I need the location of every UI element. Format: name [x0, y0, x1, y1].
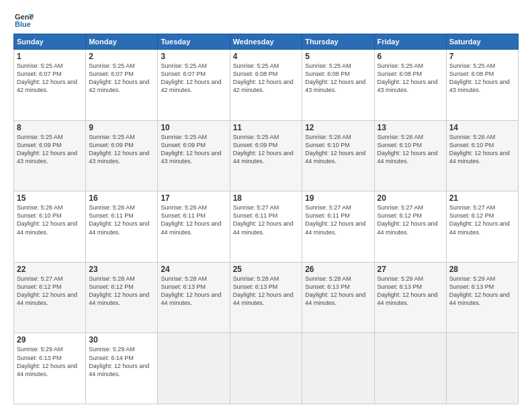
table-cell: 22 Sunrise: 5:27 AMSunset: 6:12 PMDaylig… [14, 262, 86, 333]
day-number: 20 [378, 193, 443, 203]
day-number: 4 [233, 52, 299, 61]
day-number: 14 [449, 123, 515, 132]
day-header-thursday: Thursday [302, 34, 374, 50]
day-number: 3 [161, 52, 226, 61]
day-number: 25 [233, 265, 299, 274]
logo-icon: General Blue [13, 11, 34, 30]
day-detail: Sunrise: 5:25 AMSunset: 6:09 PMDaylight:… [161, 134, 221, 165]
day-number: 2 [89, 52, 154, 61]
day-detail: Sunrise: 5:25 AMSunset: 6:09 PMDaylight:… [89, 134, 149, 165]
day-number: 13 [378, 123, 443, 132]
table-cell: 16 Sunrise: 5:26 AMSunset: 6:11 PMDaylig… [86, 191, 158, 263]
day-detail: Sunrise: 5:25 AMSunset: 6:07 PMDaylight:… [17, 62, 77, 93]
day-detail: Sunrise: 5:29 AMSunset: 6:14 PMDaylight:… [89, 346, 149, 377]
table-cell [302, 333, 374, 404]
day-detail: Sunrise: 5:27 AMSunset: 6:11 PMDaylight:… [233, 204, 294, 235]
table-cell: 27 Sunrise: 5:29 AMSunset: 6:13 PMDaylig… [374, 262, 446, 333]
day-number: 10 [161, 123, 226, 132]
table-cell: 2 Sunrise: 5:25 AMSunset: 6:07 PMDayligh… [86, 50, 158, 121]
day-header-monday: Monday [86, 34, 158, 50]
table-cell: 5 Sunrise: 5:25 AMSunset: 6:08 PMDayligh… [302, 50, 374, 121]
day-number: 24 [161, 265, 226, 274]
day-header-friday: Friday [374, 34, 446, 50]
table-cell: 24 Sunrise: 5:28 AMSunset: 6:13 PMDaylig… [158, 262, 230, 333]
day-detail: Sunrise: 5:29 AMSunset: 6:13 PMDaylight:… [449, 275, 510, 306]
header: General Blue [13, 11, 519, 30]
day-number: 21 [449, 193, 515, 203]
table-cell: 28 Sunrise: 5:29 AMSunset: 6:13 PMDaylig… [446, 262, 518, 333]
day-header-saturday: Saturday [446, 34, 518, 50]
table-cell: 4 Sunrise: 5:25 AMSunset: 6:08 PMDayligh… [230, 50, 302, 121]
day-number: 12 [305, 123, 371, 132]
day-detail: Sunrise: 5:25 AMSunset: 6:07 PMDaylight:… [89, 62, 149, 93]
table-cell: 26 Sunrise: 5:28 AMSunset: 6:13 PMDaylig… [302, 262, 374, 333]
day-number: 11 [233, 123, 299, 132]
table-cell: 25 Sunrise: 5:28 AMSunset: 6:13 PMDaylig… [230, 262, 302, 333]
table-cell: 13 Sunrise: 5:26 AMSunset: 6:10 PMDaylig… [374, 120, 446, 191]
day-number: 16 [89, 193, 154, 203]
table-cell: 23 Sunrise: 5:28 AMSunset: 6:12 PMDaylig… [86, 262, 158, 333]
day-number: 8 [17, 123, 83, 132]
table-cell: 20 Sunrise: 5:27 AMSunset: 6:12 PMDaylig… [374, 191, 446, 263]
table-cell: 12 Sunrise: 5:26 AMSunset: 6:10 PMDaylig… [302, 120, 374, 191]
day-number: 28 [449, 265, 515, 274]
day-number: 9 [89, 123, 154, 132]
table-cell: 9 Sunrise: 5:25 AMSunset: 6:09 PMDayligh… [86, 120, 158, 191]
day-number: 1 [17, 52, 83, 61]
day-detail: Sunrise: 5:25 AMSunset: 6:08 PMDaylight:… [305, 62, 365, 93]
day-number: 30 [89, 335, 154, 345]
table-cell: 11 Sunrise: 5:25 AMSunset: 6:09 PMDaylig… [230, 120, 302, 191]
day-number: 26 [305, 265, 371, 274]
day-detail: Sunrise: 5:25 AMSunset: 6:08 PMDaylight:… [233, 62, 294, 93]
day-detail: Sunrise: 5:27 AMSunset: 6:12 PMDaylight:… [378, 204, 438, 235]
day-detail: Sunrise: 5:29 AMSunset: 6:13 PMDaylight:… [17, 346, 77, 377]
day-detail: Sunrise: 5:26 AMSunset: 6:10 PMDaylight:… [305, 134, 365, 165]
table-cell: 21 Sunrise: 5:27 AMSunset: 6:12 PMDaylig… [446, 191, 518, 263]
day-detail: Sunrise: 5:25 AMSunset: 6:07 PMDaylight:… [161, 62, 221, 93]
table-cell: 30 Sunrise: 5:29 AMSunset: 6:14 PMDaylig… [86, 333, 158, 404]
table-cell: 18 Sunrise: 5:27 AMSunset: 6:11 PMDaylig… [230, 191, 302, 263]
day-detail: Sunrise: 5:25 AMSunset: 6:08 PMDaylight:… [378, 62, 438, 93]
table-cell: 17 Sunrise: 5:26 AMSunset: 6:11 PMDaylig… [158, 191, 230, 263]
day-number: 7 [449, 52, 515, 61]
table-cell: 8 Sunrise: 5:25 AMSunset: 6:09 PMDayligh… [14, 120, 86, 191]
day-detail: Sunrise: 5:26 AMSunset: 6:11 PMDaylight:… [89, 204, 149, 235]
day-number: 17 [161, 193, 226, 203]
day-header-sunday: Sunday [14, 34, 86, 50]
day-detail: Sunrise: 5:27 AMSunset: 6:12 PMDaylight:… [17, 275, 77, 306]
table-cell: 14 Sunrise: 5:26 AMSunset: 6:10 PMDaylig… [446, 120, 518, 191]
table-cell: 29 Sunrise: 5:29 AMSunset: 6:13 PMDaylig… [14, 333, 86, 404]
day-detail: Sunrise: 5:26 AMSunset: 6:11 PMDaylight:… [161, 204, 221, 235]
day-detail: Sunrise: 5:28 AMSunset: 6:13 PMDaylight:… [161, 275, 221, 306]
day-detail: Sunrise: 5:26 AMSunset: 6:10 PMDaylight:… [449, 134, 510, 165]
logo: General Blue [13, 11, 34, 30]
calendar-table: SundayMondayTuesdayWednesdayThursdayFrid… [13, 34, 519, 404]
table-cell: 10 Sunrise: 5:25 AMSunset: 6:09 PMDaylig… [158, 120, 230, 191]
day-detail: Sunrise: 5:26 AMSunset: 6:10 PMDaylight:… [17, 204, 77, 235]
day-detail: Sunrise: 5:25 AMSunset: 6:08 PMDaylight:… [449, 62, 510, 93]
day-number: 27 [378, 265, 443, 274]
header-row: SundayMondayTuesdayWednesdayThursdayFrid… [14, 34, 519, 50]
day-number: 15 [17, 193, 83, 203]
day-detail: Sunrise: 5:25 AMSunset: 6:09 PMDaylight:… [17, 134, 77, 165]
svg-text:Blue: Blue [15, 20, 31, 28]
table-cell [158, 333, 230, 404]
day-detail: Sunrise: 5:25 AMSunset: 6:09 PMDaylight:… [233, 134, 294, 165]
day-number: 22 [17, 265, 83, 274]
table-cell [374, 333, 446, 404]
table-cell: 3 Sunrise: 5:25 AMSunset: 6:07 PMDayligh… [158, 50, 230, 121]
page: General Blue SundayMondayTuesdayWednesda… [0, 0, 532, 411]
day-number: 6 [378, 52, 443, 61]
day-number: 18 [233, 193, 299, 203]
day-detail: Sunrise: 5:29 AMSunset: 6:13 PMDaylight:… [378, 275, 438, 306]
day-header-tuesday: Tuesday [158, 34, 230, 50]
table-cell: 7 Sunrise: 5:25 AMSunset: 6:08 PMDayligh… [446, 50, 518, 121]
day-detail: Sunrise: 5:28 AMSunset: 6:12 PMDaylight:… [89, 275, 149, 306]
day-number: 29 [17, 335, 83, 345]
table-cell [230, 333, 302, 404]
day-detail: Sunrise: 5:28 AMSunset: 6:13 PMDaylight:… [233, 275, 294, 306]
day-number: 19 [305, 193, 371, 203]
table-cell: 1 Sunrise: 5:25 AMSunset: 6:07 PMDayligh… [14, 50, 86, 121]
table-cell: 6 Sunrise: 5:25 AMSunset: 6:08 PMDayligh… [374, 50, 446, 121]
table-cell: 15 Sunrise: 5:26 AMSunset: 6:10 PMDaylig… [14, 191, 86, 263]
